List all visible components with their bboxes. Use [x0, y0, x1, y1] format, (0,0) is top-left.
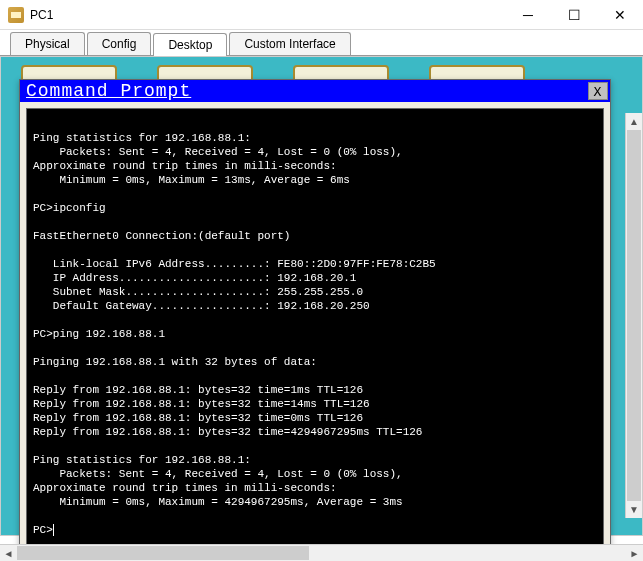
- horizontal-scroll-thumb[interactable]: [17, 546, 309, 560]
- tab-physical[interactable]: Physical: [10, 32, 85, 55]
- command-prompt-frame: Ping statistics for 192.168.88.1: Packet…: [20, 102, 610, 554]
- close-button[interactable]: ✕: [597, 0, 643, 29]
- window-title: PC1: [30, 8, 505, 22]
- tab-bar: Physical Config Desktop Custom Interface: [0, 30, 643, 56]
- command-prompt-titlebar: Command Prompt X: [20, 80, 610, 102]
- window-controls: ─ ☐ ✕: [505, 0, 643, 29]
- scroll-down-icon[interactable]: ▼: [626, 501, 642, 518]
- minimize-button[interactable]: ─: [505, 0, 551, 29]
- horizontal-scrollbar[interactable]: ◄ ►: [0, 544, 643, 561]
- desktop-workspace: Command Prompt X Ping statistics for 192…: [0, 56, 643, 536]
- scroll-up-icon[interactable]: ▲: [626, 113, 642, 130]
- scroll-right-icon[interactable]: ►: [626, 545, 643, 561]
- command-prompt-terminal[interactable]: Ping statistics for 192.168.88.1: Packet…: [26, 108, 604, 548]
- command-prompt-title: Command Prompt: [26, 81, 588, 101]
- vertical-scroll-track[interactable]: [626, 130, 642, 501]
- terminal-cursor: [53, 524, 54, 536]
- tab-custom-interface[interactable]: Custom Interface: [229, 32, 350, 55]
- scroll-left-icon[interactable]: ◄: [0, 545, 17, 561]
- tab-desktop[interactable]: Desktop: [153, 33, 227, 56]
- command-prompt-close-button[interactable]: X: [588, 82, 608, 100]
- horizontal-scroll-track[interactable]: [17, 545, 626, 561]
- app-icon: [8, 7, 24, 23]
- vertical-scroll-thumb[interactable]: [627, 130, 641, 501]
- vertical-scrollbar[interactable]: ▲ ▼: [625, 113, 642, 518]
- command-prompt-window: Command Prompt X Ping statistics for 192…: [19, 79, 611, 555]
- window-titlebar: PC1 ─ ☐ ✕: [0, 0, 643, 30]
- maximize-button[interactable]: ☐: [551, 0, 597, 29]
- tab-config[interactable]: Config: [87, 32, 152, 55]
